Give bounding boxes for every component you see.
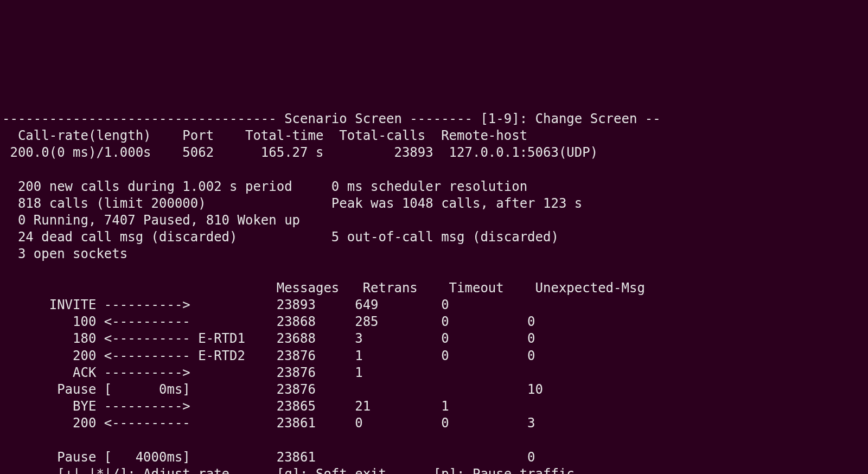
blank-line <box>2 264 10 279</box>
stats-header-values: 200.0(0 ms)/1.000s 5062 165.27 s 23893 1… <box>2 145 598 160</box>
scenario-row: 180 <---------- E-RTD1 23688 3 0 0 <box>2 331 535 346</box>
terminal-output: ----------------------------------- Scen… <box>0 85 868 474</box>
blank-line <box>2 433 10 448</box>
scenario-row: Pause [ 4000ms] 23861 0 <box>2 450 535 465</box>
scenario-row: INVITE ----------> 23893 649 0 <box>2 297 527 312</box>
stats-header-labels: Call-rate(length) Port Total-time Total-… <box>2 128 527 143</box>
scenario-header: Messages Retrans Timeout Unexpected-Msg <box>2 280 645 296</box>
footer-hints: ------ [+|-|*|/]: Adjust rate ---- [q]: … <box>2 466 622 474</box>
blank-line <box>2 162 10 177</box>
scenario-row: ACK ----------> 23876 1 <box>2 365 527 380</box>
scenario-row: Pause [ 0ms] 23876 10 <box>2 382 543 397</box>
scenario-row: 200 <---------- 23861 0 0 3 <box>2 415 535 431</box>
scenario-row: BYE ----------> 23865 21 1 <box>2 399 527 414</box>
period-calls-limit: 818 calls (limit 200000) Peak was 1048 c… <box>2 196 582 211</box>
period-sockets: 3 open sockets <box>2 246 127 261</box>
header-line: ----------------------------------- Scen… <box>2 111 661 126</box>
scenario-row: 100 <---------- 23868 285 0 0 <box>2 314 535 329</box>
period-dead-msg: 24 dead call msg (discarded) 5 out-of-ca… <box>2 229 559 245</box>
period-running: 0 Running, 7407 Paused, 810 Woken up <box>2 213 300 228</box>
scenario-row: 200 <---------- E-RTD2 23876 1 0 0 <box>2 348 535 363</box>
period-new-calls: 200 new calls during 1.002 s period 0 ms… <box>2 179 527 194</box>
